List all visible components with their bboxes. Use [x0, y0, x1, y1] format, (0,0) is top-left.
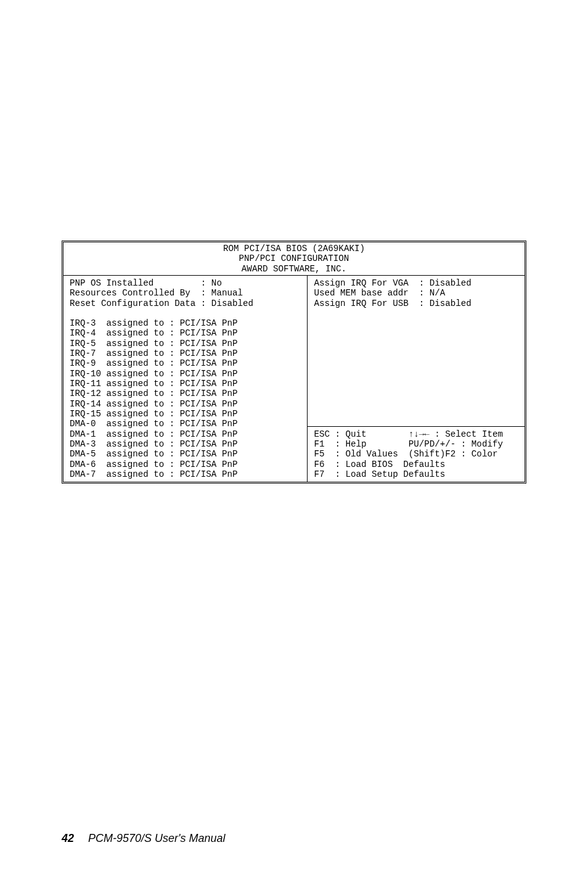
opt-irq12[interactable]: IRQ-12 assigned to : PCI/ISA PnP — [70, 389, 303, 398]
help-f6-load-bios-defaults: F6 : Load BIOS Defaults — [314, 460, 521, 469]
opt-dma0[interactable]: DMA-0 assigned to : PCI/ISA PnP — [70, 419, 303, 429]
opt-irq5[interactable]: IRQ-5 assigned to : PCI/ISA PnP — [70, 339, 303, 348]
opt-irq7[interactable]: IRQ-7 assigned to : PCI/ISA PnP — [70, 348, 303, 358]
help-esc-quit: ESC : Quit ↑↓→← : Select Item — [314, 429, 521, 439]
bios-body: PNP OS Installed : No Resources Controll… — [63, 276, 525, 482]
manual-title: PCM-9570/S User's Manual — [88, 832, 226, 844]
bios-left-column: PNP OS Installed : No Resources Controll… — [63, 276, 308, 482]
opt-dma6[interactable]: DMA-6 assigned to : PCI/ISA PnP — [70, 460, 303, 469]
opt-assign-irq-vga[interactable]: Assign IRQ For VGA : Disabled — [314, 278, 521, 288]
opt-irq10[interactable]: IRQ-10 assigned to : PCI/ISA PnP — [70, 369, 303, 379]
opt-irq9[interactable]: IRQ-9 assigned to : PCI/ISA PnP — [70, 358, 303, 368]
bios-title-line2: PNP/PCI CONFIGURATION — [63, 253, 525, 263]
bios-help-panel: ESC : Quit ↑↓→← : Select Item F1 : Help … — [308, 426, 525, 482]
opt-dma3[interactable]: DMA-3 assigned to : PCI/ISA PnP — [70, 439, 303, 449]
bios-title-line1: ROM PCI/ISA BIOS (2A69KAKI) — [63, 244, 525, 253]
opt-irq4[interactable]: IRQ-4 assigned to : PCI/ISA PnP — [70, 328, 303, 338]
help-f1-help: F1 : Help PU/PD/+/- : Modify — [314, 439, 521, 449]
opt-used-mem-base-addr[interactable]: Used MEM base addr : N/A — [314, 288, 521, 298]
bios-right-column: Assign IRQ For VGA : Disabled Used MEM b… — [308, 276, 525, 482]
opt-resources-controlled-by[interactable]: Resources Controlled By : Manual — [70, 288, 303, 298]
page-root: ROM PCI/ISA BIOS (2A69KAKI) PNP/PCI CONF… — [0, 0, 588, 882]
bios-title-line3: AWARD SOFTWARE, INC. — [63, 264, 525, 274]
help-f5-old-values: F5 : Old Values (Shift)F2 : Color — [314, 449, 521, 459]
opt-dma1[interactable]: DMA-1 assigned to : PCI/ISA PnP — [70, 429, 303, 439]
opt-irq3[interactable]: IRQ-3 assigned to : PCI/ISA PnP — [70, 318, 303, 328]
opt-irq15[interactable]: IRQ-15 assigned to : PCI/ISA PnP — [70, 409, 303, 419]
bios-header: ROM PCI/ISA BIOS (2A69KAKI) PNP/PCI CONF… — [63, 242, 525, 276]
opt-pnp-os-installed[interactable]: PNP OS Installed : No — [70, 278, 303, 288]
opt-dma7[interactable]: DMA-7 assigned to : PCI/ISA PnP — [70, 469, 303, 479]
opt-dma5[interactable]: DMA-5 assigned to : PCI/ISA PnP — [70, 449, 303, 459]
opt-assign-irq-usb[interactable]: Assign IRQ For USB : Disabled — [314, 299, 521, 308]
help-f7-load-setup-defaults: F7 : Load Setup Defaults — [314, 469, 521, 479]
page-number: 42 — [62, 832, 74, 844]
opt-irq14[interactable]: IRQ-14 assigned to : PCI/ISA PnP — [70, 399, 303, 409]
bios-window: ROM PCI/ISA BIOS (2A69KAKI) PNP/PCI CONF… — [62, 241, 526, 484]
bios-right-top: Assign IRQ For VGA : Disabled Used MEM b… — [308, 276, 525, 426]
opt-irq11[interactable]: IRQ-11 assigned to : PCI/ISA PnP — [70, 379, 303, 389]
spacer — [70, 308, 303, 318]
opt-reset-config-data[interactable]: Reset Configuration Data : Disabled — [70, 299, 303, 308]
page-footer: 42 PCM-9570/S User's Manual — [62, 832, 226, 845]
